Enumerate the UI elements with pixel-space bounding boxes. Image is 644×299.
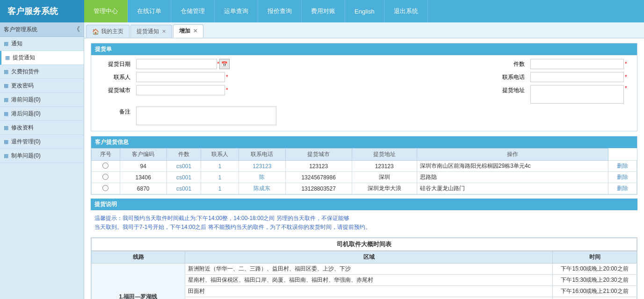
pickup-date-wrap: * 📅 <box>136 59 230 69</box>
contact-input[interactable] <box>136 72 225 82</box>
tab-pickup-label: 提货通知 <box>137 28 159 36</box>
sidebar-item-detained[interactable]: ▦ 欠费扣货件 <box>0 65 84 79</box>
nav-item-quote[interactable]: 报价查询 <box>258 0 302 22</box>
nav-item-orders[interactable]: 在线订单 <box>128 0 171 22</box>
content-area: 🏠 我的主页 提货通知 ✕ 增加 ✕ 提货单 提货日期 <box>84 22 644 299</box>
grid-icon-profile: ▦ <box>4 125 8 131</box>
nav-item-english[interactable]: English <box>345 0 384 22</box>
sidebar-label-post-port: 港后问题(0) <box>11 110 41 118</box>
cell-city-1: 深圳 <box>352 172 417 183</box>
grid-icon-pickup: ▦ <box>5 55 10 61</box>
sidebar-label-notice: 通知 <box>11 40 22 48</box>
cell-phone-1: 13245678986 <box>285 172 352 183</box>
cell-code-0: cs001 <box>166 161 201 172</box>
sidebar-item-password[interactable]: ▦ 更改密码 <box>0 79 84 93</box>
customer-table-header: 客户提货信息 <box>91 136 637 148</box>
schedule-area-0-3: 福田大厦附近、华强花园 <box>185 297 553 299</box>
col-header-city: 提货城市 <box>285 149 352 161</box>
grid-icon-password: ▦ <box>4 83 8 89</box>
sidebar-item-returns[interactable]: ▦ 退件管理(0) <box>0 135 84 149</box>
notice-line2: 当天取到。我司于7-1号开始，下午14:00之后 将不能预约当天的取件，为了不耽… <box>94 223 634 232</box>
nav-items: 管理中心 在线订单 仓储管理 运单查询 报价查询 费用对账 English 退出… <box>84 0 644 22</box>
delete-btn-1[interactable]: 删除 <box>617 174 628 180</box>
cell-pieces-0: 1 <box>201 161 239 172</box>
cell-radio-1[interactable] <box>92 172 120 183</box>
pickup-city-input[interactable] <box>136 85 225 95</box>
label-contact: 联系人 <box>114 74 130 80</box>
schedule-row: 1.福田—罗湖线新洲附近（华华一、二、三路）、益田村、福田区委、上沙、下沙下午1… <box>92 263 637 275</box>
tab-pickup-notice[interactable]: 提货通知 ✕ <box>130 25 172 38</box>
pickup-form-section: 提货单 提货日期 * 📅 件数 <box>91 43 637 131</box>
cell-pieces-1: 1 <box>201 172 239 183</box>
delete-btn-2[interactable]: 删除 <box>617 185 628 192</box>
tab-home[interactable]: 🏠 我的主页 <box>86 25 130 38</box>
cell-radio-0[interactable] <box>92 161 120 172</box>
nav-item-tracking[interactable]: 运单查询 <box>215 0 258 22</box>
sidebar-item-orders-problem[interactable]: ▦ 制单问题(0) <box>0 149 84 163</box>
cell-code-2: cs001 <box>166 183 201 194</box>
tab-home-label: 我的主页 <box>101 28 123 36</box>
pickup-date-input[interactable] <box>136 59 217 69</box>
form-section-header: 提货单 <box>91 43 637 55</box>
nav-item-management[interactable]: 管理中心 <box>84 0 128 22</box>
tab-add-label: 增加 <box>179 27 190 35</box>
schedule-col-time: 时间 <box>553 251 637 263</box>
col-header-op: 操作 <box>417 149 608 161</box>
label-note: 备注 <box>119 108 130 115</box>
cell-op-2[interactable]: 删除 <box>608 183 637 194</box>
nav-item-warehouse[interactable]: 仓储管理 <box>171 0 215 22</box>
phone-input[interactable] <box>530 72 624 82</box>
sidebar-item-pickup[interactable]: ▦ 提货通知 <box>0 51 84 65</box>
nav-item-billing[interactable]: 费用对账 <box>302 0 345 22</box>
cell-contact-2: 陈成东 <box>239 183 285 194</box>
schedule-area-0-0: 新洲附近（华华一、二、三路）、益田村、福田区委、上沙、下沙 <box>185 263 553 275</box>
col-header-contact: 联系人 <box>201 149 239 161</box>
page-content: 提货单 提货日期 * 📅 件数 <box>84 38 644 299</box>
pickup-address-input[interactable] <box>530 85 624 104</box>
nav-item-logout[interactable]: 退出系统 <box>384 0 428 22</box>
sidebar-item-pre-port[interactable]: ▦ 港前问题(0) <box>0 93 84 107</box>
customer-data-table: 序号 客户编码 件数 联系人 联系电话 提货城市 提货地址 操作 94 cs00… <box>91 148 637 194</box>
schedule-title: 司机取件大概时间表 <box>91 238 637 251</box>
tab-add[interactable]: 增加 ✕ <box>173 24 203 38</box>
grid-icon-orders-problem: ▦ <box>4 153 8 159</box>
cell-phone-2: 13128803527 <box>285 183 352 194</box>
customer-pickup-table-section: 客户提货信息 序号 客户编码 件数 联系人 联系电话 提货城市 提货地址 操作 <box>91 136 637 195</box>
notice-line1: 温馨提示：我司预约当天取件时间截止为:下午14:00整，14:00-18:00之… <box>94 214 634 223</box>
main-layout: 客户管理系统 《 ▦ 通知 ▦ 提货通知 ▦ 欠费扣货件 ▦ 更改密码 ▦ 港前… <box>0 22 644 299</box>
schedule-section: 司机取件大概时间表 线路 区域 时间 1.福田—罗湖线新洲附近（华华一、二、三路… <box>91 237 637 299</box>
col-header-address: 提货地址 <box>352 149 417 161</box>
cell-address-2: 硅谷大厦龙山路门 <box>417 183 608 194</box>
cell-radio-2[interactable] <box>92 183 120 194</box>
sidebar-label-profile: 修改资料 <box>11 124 34 132</box>
label-pickup-date: 提货日期 <box>108 61 130 67</box>
col-header-phone: 联系电话 <box>239 149 285 161</box>
sidebar-label-password: 更改密码 <box>11 82 34 90</box>
sidebar-label-orders-problem: 制单问题(0) <box>11 152 41 160</box>
sidebar-collapse-icon[interactable]: 《 <box>73 25 80 34</box>
tab-add-close[interactable]: ✕ <box>193 28 197 34</box>
cell-op-0[interactable]: 删除 <box>608 161 637 172</box>
sidebar-label-pre-port: 港前问题(0) <box>11 96 41 104</box>
sidebar-title: 客户管理系统 <box>4 26 37 34</box>
sidebar-item-profile[interactable]: ▦ 修改资料 <box>0 121 84 135</box>
cell-city-2: 深圳龙华大浪 <box>352 183 417 194</box>
cell-contact-1: 陈 <box>239 172 285 183</box>
required-star-phone: * <box>625 74 627 80</box>
table-row: 13406 cs001 1 陈 13245678986 深圳 思路隐 删除 <box>92 172 637 183</box>
required-star-pieces: * <box>625 61 627 67</box>
sidebar-item-notice[interactable]: ▦ 通知 <box>0 37 84 51</box>
pieces-input[interactable] <box>530 59 624 69</box>
date-picker-button[interactable]: 📅 <box>219 59 230 69</box>
note-input[interactable] <box>136 107 276 125</box>
notice-section: 提货说明 温馨提示：我司预约当天取件时间截止为:下午14:00整，14:00-1… <box>91 199 637 234</box>
col-header-pieces: 件数 <box>166 149 201 161</box>
sidebar: 客户管理系统 《 ▦ 通知 ▦ 提货通知 ▦ 欠费扣货件 ▦ 更改密码 ▦ 港前… <box>0 22 84 299</box>
tab-pickup-close[interactable]: ✕ <box>162 28 166 35</box>
cell-op-1[interactable]: 删除 <box>608 172 637 183</box>
sidebar-item-post-port[interactable]: ▦ 港后问题(0) <box>0 107 84 121</box>
delete-btn-0[interactable]: 删除 <box>617 163 628 169</box>
table-row: 94 cs001 1 123123 123123 123123 深圳市南山区前海… <box>92 161 637 172</box>
required-star-city: * <box>226 87 228 93</box>
label-phone: 联系电话 <box>502 74 525 80</box>
